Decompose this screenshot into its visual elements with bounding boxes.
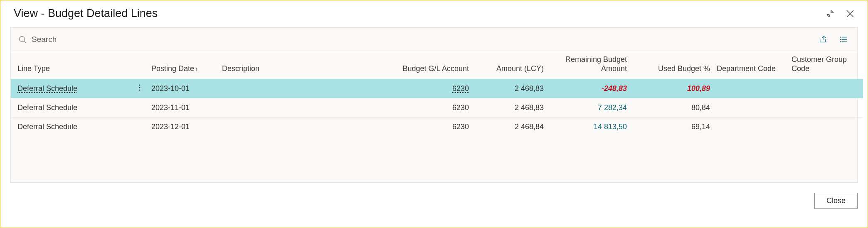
- cell-line-type[interactable]: Deferral Schedule: [17, 123, 77, 131]
- cell-amount-lcy: 2 468,83: [472, 98, 547, 118]
- titlebar: View - Budget Detailed Lines: [0, 0, 868, 24]
- list-view-icon[interactable]: [838, 34, 850, 45]
- search-button[interactable]: Search: [18, 35, 57, 44]
- cell-dept: [713, 79, 788, 98]
- col-posting-date[interactable]: Posting Date↑: [148, 51, 219, 79]
- cell-posting-date: 2023-12-01: [148, 118, 219, 137]
- title-actions: [824, 8, 856, 20]
- table-row[interactable]: Deferral Schedule2023-12-0162302 468,841…: [11, 118, 863, 137]
- cell-description: [219, 98, 377, 118]
- close-icon[interactable]: [844, 8, 856, 20]
- table-body: Deferral Schedule2023-10-0162302 468,83-…: [11, 79, 863, 182]
- cell-line-type[interactable]: Deferral Schedule: [17, 103, 77, 112]
- restore-down-icon[interactable]: [824, 8, 836, 20]
- cell-used-pct: 80,84: [691, 103, 710, 112]
- svg-point-11: [139, 87, 141, 88]
- svg-point-5: [840, 37, 841, 37]
- cell-cust-group: [788, 118, 863, 137]
- cell-amount-lcy: 2 468,83: [472, 79, 547, 98]
- col-remaining[interactable]: Remaining Budget Amount: [547, 51, 630, 79]
- row-actions[interactable]: [131, 79, 148, 98]
- col-cust-group[interactable]: Customer Group Code: [788, 51, 863, 79]
- cell-remaining[interactable]: -248,83: [602, 84, 627, 93]
- cell-remaining[interactable]: 14 813,50: [594, 123, 627, 131]
- sort-asc-icon: ↑: [195, 66, 198, 72]
- cell-dept: [713, 118, 788, 137]
- svg-point-7: [840, 39, 841, 39]
- more-vertical-icon: [138, 83, 141, 92]
- toolbar: Search: [11, 28, 857, 51]
- col-actions: [131, 51, 148, 79]
- cell-budget-gl[interactable]: 6230: [452, 103, 469, 112]
- cell-posting-date: 2023-10-01: [148, 79, 219, 98]
- table-header: Line Type Posting Date↑ Description Budg…: [11, 51, 863, 79]
- cell-description: [219, 79, 377, 98]
- svg-point-2: [20, 36, 25, 42]
- cell-description: [219, 118, 377, 137]
- footer: Close: [0, 183, 868, 218]
- cell-amount-lcy: 2 468,84: [472, 118, 547, 137]
- content-area: Search: [10, 27, 858, 183]
- table-row[interactable]: Deferral Schedule2023-10-0162302 468,83-…: [11, 79, 863, 98]
- search-icon: [18, 35, 27, 44]
- table-filler: [11, 137, 863, 182]
- col-line-type[interactable]: Line Type: [11, 51, 131, 79]
- cell-budget-gl[interactable]: 6230: [452, 123, 469, 131]
- cell-remaining[interactable]: 7 282,34: [598, 103, 627, 112]
- col-description[interactable]: Description: [219, 51, 377, 79]
- row-actions[interactable]: [131, 98, 148, 118]
- col-dept[interactable]: Department Code: [713, 51, 788, 79]
- toolbar-right: [817, 34, 850, 45]
- col-budget-gl[interactable]: Budget G/L Account: [377, 51, 472, 79]
- cell-used-pct: 100,89: [687, 84, 710, 93]
- share-icon[interactable]: [817, 34, 829, 45]
- cell-cust-group: [788, 98, 863, 118]
- svg-point-9: [840, 42, 841, 42]
- cell-posting-date: 2023-11-01: [148, 98, 219, 118]
- dialog-window: View - Budget Detailed Lines: [0, 0, 868, 228]
- cell-used-pct: 69,14: [691, 123, 710, 131]
- row-actions[interactable]: [131, 118, 148, 137]
- svg-point-12: [139, 90, 141, 91]
- data-table: Line Type Posting Date↑ Description Budg…: [11, 51, 863, 182]
- cell-line-type[interactable]: Deferral Schedule: [17, 84, 77, 93]
- svg-line-3: [24, 41, 26, 43]
- svg-point-10: [139, 85, 141, 86]
- table-row[interactable]: Deferral Schedule2023-11-0162302 468,837…: [11, 98, 863, 118]
- cell-dept: [713, 98, 788, 118]
- col-used-pct[interactable]: Used Budget %: [630, 51, 713, 79]
- cell-cust-group: [788, 79, 863, 98]
- page-title: View - Budget Detailed Lines: [14, 7, 158, 20]
- search-label: Search: [32, 35, 57, 44]
- close-button[interactable]: Close: [814, 193, 858, 209]
- col-amount-lcy[interactable]: Amount (LCY): [472, 51, 547, 79]
- cell-budget-gl[interactable]: 6230: [452, 84, 469, 93]
